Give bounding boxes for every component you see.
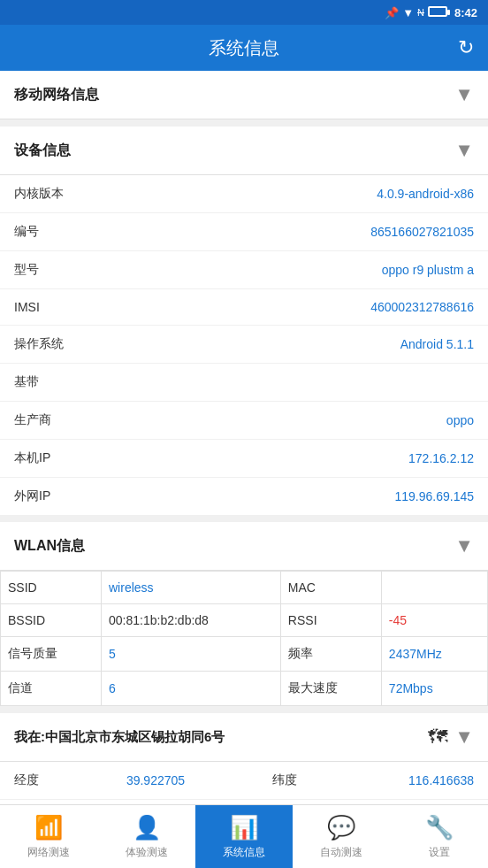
location-header-icons: 🗺 ▼ (428, 726, 474, 749)
device-row-label: 内核版本 (14, 186, 64, 202)
device-row-value: 119.96.69.145 (394, 489, 474, 503)
device-row-value: oppo r9 plustm a (382, 263, 474, 277)
device-row-value: 460002312788616 (370, 300, 474, 314)
loc-label1: 经度 (14, 772, 67, 788)
device-info-row: 基带 (0, 364, 488, 402)
device-row-label: 外网IP (14, 488, 50, 504)
wlan-table: SSID wireless MAC BSSID 00:81:1b:b2:db:d… (0, 571, 488, 706)
device-info-row: 外网IP 119.96.69.145 (0, 478, 488, 515)
wlan-header[interactable]: WLAN信息 ▼ (0, 522, 488, 571)
device-row-value: 4.0.9-android-x86 (377, 187, 474, 201)
device-info-row: 生产商 oppo (0, 402, 488, 440)
nav-icon-3: 💬 (327, 814, 355, 841)
signal-value: 5 (102, 637, 281, 672)
device-info-header[interactable]: 设备信息 ▼ (0, 127, 488, 175)
device-row-value: 172.16.2.12 (408, 451, 474, 465)
wlan-section: WLAN信息 ▼ SSID wireless MAC BSSID 00:81:1… (0, 522, 488, 706)
refresh-button[interactable]: ↻ (458, 36, 474, 59)
gps-icon: 📌 (385, 6, 399, 19)
wlan-row-ssid: SSID wireless MAC (1, 572, 488, 604)
device-info-section: 设备信息 ▼ 内核版本 4.0.9-android-x86 编号 8651660… (0, 127, 488, 515)
device-info-rows: 内核版本 4.0.9-android-x86 编号 86516602782103… (0, 175, 488, 515)
nav-icon-1: 👤 (133, 814, 161, 841)
nav-item-自动测速[interactable]: 💬 自动测速 (293, 805, 390, 868)
status-icons: 📌 ▼ N 8:42 (385, 6, 477, 19)
max-speed-label: 最大速度 (280, 672, 381, 706)
freq-label: 频率 (280, 637, 381, 672)
device-info-row: 型号 oppo r9 plustm a (0, 251, 488, 289)
loc-value2: 116.416638 (297, 773, 474, 787)
ssid-value: wireless (102, 572, 281, 604)
nav-label-3: 自动测速 (320, 845, 362, 860)
loc-value1: 39.922705 (67, 773, 244, 787)
mobile-chevron-icon: ▼ (454, 83, 474, 106)
location-row: 经度 39.922705 纬度 116.416638 (0, 762, 488, 800)
loc-label2: 纬度 (244, 772, 297, 788)
map-icon[interactable]: 🗺 (428, 726, 447, 749)
nav-label-1: 体验测速 (126, 845, 168, 860)
nav-item-体验测速[interactable]: 👤 体验测速 (97, 805, 194, 868)
wlan-title: WLAN信息 (14, 537, 85, 556)
device-row-value: Android 5.1.1 (400, 337, 474, 351)
no-sim-icon: N (417, 7, 424, 18)
main-content: 移动网络信息 ▼ 设备信息 ▼ 内核版本 4.0.9-android-x86 编… (0, 71, 488, 868)
app-header: 系统信息 ↻ (0, 25, 488, 71)
page-title: 系统信息 (209, 36, 279, 60)
mac-label: MAC (280, 572, 381, 604)
status-bar: 📌 ▼ N 8:42 (0, 0, 488, 25)
wlan-row-signal: 信号质量 5 频率 2437MHz (1, 637, 488, 672)
device-row-label: IMSI (14, 300, 40, 314)
channel-value: 6 (102, 672, 281, 706)
nav-label-2: 系统信息 (223, 845, 265, 860)
device-row-label: 编号 (14, 224, 39, 240)
nav-item-设置[interactable]: 🔧 设置 (391, 805, 488, 868)
rssi-label: RSSI (280, 604, 381, 637)
device-info-row: 内核版本 4.0.9-android-x86 (0, 175, 488, 213)
location-chevron-icon: ▼ (454, 726, 474, 749)
max-speed-value: 72Mbps (381, 672, 487, 706)
bssid-label: BSSID (1, 604, 102, 637)
nav-item-系统信息[interactable]: 📊 系统信息 (195, 805, 293, 868)
ssid-label: SSID (1, 572, 102, 604)
wlan-chevron-icon: ▼ (454, 534, 474, 557)
device-row-label: 基带 (14, 374, 39, 390)
bssid-value: 00:81:1b:b2:db:d8 (102, 604, 281, 637)
bottom-nav: 📶 网络测速 👤 体验测速 📊 系统信息 💬 自动测速 🔧 设置 (0, 804, 488, 868)
device-info-row: 本机IP 172.16.2.12 (0, 440, 488, 478)
battery-icon (428, 6, 447, 19)
mobile-network-header[interactable]: 移动网络信息 ▼ (0, 71, 488, 119)
device-info-title: 设备信息 (14, 142, 71, 160)
signal-icon: ▼ (402, 6, 414, 19)
device-row-label: 型号 (14, 262, 39, 278)
nav-item-网络测速[interactable]: 📶 网络测速 (0, 805, 97, 868)
channel-label: 信道 (1, 672, 102, 706)
wlan-row-bssid: BSSID 00:81:1b:b2:db:d8 RSSI -45 (1, 604, 488, 637)
nav-icon-0: 📶 (34, 814, 63, 841)
nav-label-0: 网络测速 (27, 845, 70, 860)
device-info-row: 编号 865166027821035 (0, 213, 488, 251)
signal-label: 信号质量 (1, 637, 102, 672)
nav-icon-4: 🔧 (425, 814, 454, 841)
mobile-network-title: 移动网络信息 (14, 86, 99, 104)
mac-value (381, 572, 487, 604)
nav-icon-2: 📊 (230, 814, 258, 841)
location-header[interactable]: 我在:中国北京市东城区锡拉胡同6号 🗺 ▼ (0, 713, 488, 762)
device-row-value: oppo (446, 413, 474, 427)
device-row-label: 操作系统 (14, 336, 64, 352)
device-info-row: IMSI 460002312788616 (0, 289, 488, 326)
wlan-row-channel: 信道 6 最大速度 72Mbps (1, 672, 488, 706)
location-title: 我在:中国北京市东城区锡拉胡同6号 (14, 729, 225, 746)
rssi-value: -45 (381, 604, 487, 637)
device-info-row: 操作系统 Android 5.1.1 (0, 326, 488, 364)
device-row-label: 本机IP (14, 450, 50, 466)
time: 8:42 (454, 6, 477, 19)
nav-label-4: 设置 (429, 845, 450, 860)
device-chevron-icon: ▼ (454, 139, 474, 162)
device-row-label: 生产商 (14, 412, 51, 428)
device-row-value: 865166027821035 (370, 225, 474, 239)
mobile-network-section: 移动网络信息 ▼ (0, 71, 488, 119)
freq-value: 2437MHz (381, 637, 487, 672)
